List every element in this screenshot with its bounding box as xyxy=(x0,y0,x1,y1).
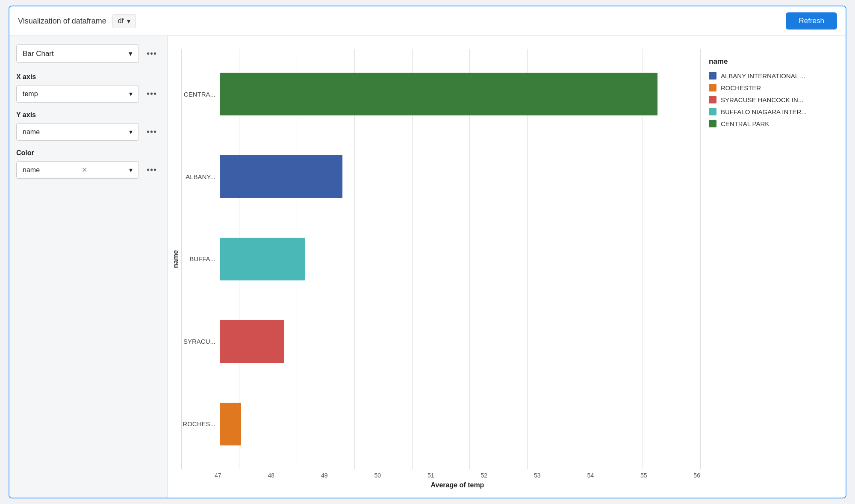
color-value: name xyxy=(23,166,40,174)
legend-color-swatch xyxy=(709,72,716,80)
x-tick-label: 50 xyxy=(374,472,381,479)
chart-type-value: Bar Chart xyxy=(23,50,54,58)
x-axis-select[interactable]: temp ▾ xyxy=(16,85,139,103)
x-tick-label: 54 xyxy=(587,472,594,479)
bar-row: CENTRA... xyxy=(181,66,700,122)
legend: name ALBANY INTERNATIONAL ...ROCHESTERSY… xyxy=(700,49,837,489)
legend-item-label: ALBANY INTERNATIONAL ... xyxy=(721,72,805,80)
bar-label: CENTRA... xyxy=(181,91,220,98)
bar-row: BUFFA... xyxy=(181,231,700,287)
bar-row: ROCHES... xyxy=(181,396,700,452)
x-tick-label: 49 xyxy=(321,472,328,479)
legend-item-label: ROCHESTER xyxy=(721,84,761,91)
bar-row: SYRACU... xyxy=(181,314,700,369)
bar-row: ALBANY... xyxy=(181,149,700,204)
bar xyxy=(220,403,241,445)
chart-type-row: Bar Chart ▾ ••• xyxy=(16,44,160,63)
chevron-down-icon: ▾ xyxy=(129,90,133,98)
x-axis-value: temp xyxy=(23,90,38,98)
color-row: name ✕ ▾ ••• xyxy=(16,161,160,179)
x-axis-label: X axis xyxy=(16,73,160,81)
bar-container xyxy=(220,320,700,363)
chart-body: name CENTRA...ALBANY...BUFFA...SYRACU...… xyxy=(172,49,700,489)
bar-label: BUFFA... xyxy=(181,255,220,262)
legend-color-swatch xyxy=(709,84,716,91)
legend-item: BUFFALO NIAGARA INTER... xyxy=(709,108,828,115)
x-tick-label: 53 xyxy=(534,472,541,479)
chart-type-options-button[interactable]: ••• xyxy=(143,46,160,61)
app-container: Visualization of dataframe df ▾ Refresh … xyxy=(9,6,846,498)
y-axis-options-button[interactable]: ••• xyxy=(143,124,160,139)
refresh-button[interactable]: Refresh xyxy=(786,12,837,29)
bar xyxy=(220,238,305,280)
x-tick-label: 48 xyxy=(268,472,274,479)
legend-item-label: BUFFALO NIAGARA INTER... xyxy=(721,108,807,115)
bar-label: ROCHES... xyxy=(181,420,220,427)
header-left: Visualization of dataframe df ▾ xyxy=(18,14,136,28)
bar-container xyxy=(220,238,700,280)
bar-container xyxy=(220,155,700,198)
chart-inner: name CENTRA...ALBANY...BUFFA...SYRACU...… xyxy=(172,49,700,469)
x-tick-label: 51 xyxy=(428,472,434,479)
x-axis-area: 47484950515253545556 xyxy=(215,469,700,479)
legend-title: name xyxy=(709,57,828,66)
legend-color-swatch xyxy=(709,108,716,115)
legend-color-swatch xyxy=(709,120,716,127)
color-section: Color name ✕ ▾ ••• xyxy=(16,149,160,179)
visualization-title: Visualization of dataframe xyxy=(18,17,106,26)
color-clear-button[interactable]: ✕ xyxy=(82,166,87,174)
chevron-down-icon: ▾ xyxy=(127,17,130,25)
color-options-button[interactable]: ••• xyxy=(143,162,160,177)
legend-item-label: SYRACUSE HANCOCK IN... xyxy=(721,96,803,103)
header: Visualization of dataframe df ▾ Refresh xyxy=(9,6,846,36)
chart-plot: CENTRA...ALBANY...BUFFA...SYRACU...ROCHE… xyxy=(181,49,700,469)
main-layout: Bar Chart ▾ ••• X axis temp ▾ ••• Y axi xyxy=(9,36,846,498)
y-axis-select[interactable]: name ▾ xyxy=(16,123,139,141)
color-label: Color xyxy=(16,149,160,157)
y-axis-title: name xyxy=(172,49,180,469)
sidebar: Bar Chart ▾ ••• X axis temp ▾ ••• Y axi xyxy=(9,36,168,498)
legend-item: ALBANY INTERNATIONAL ... xyxy=(709,72,828,80)
chevron-down-icon: ▾ xyxy=(129,49,133,58)
chevron-down-icon: ▾ xyxy=(129,128,133,136)
legend-item: SYRACUSE HANCOCK IN... xyxy=(709,96,828,103)
x-tick-label: 52 xyxy=(481,472,487,479)
color-select[interactable]: name ✕ ▾ xyxy=(16,161,139,179)
x-tick-label: 56 xyxy=(693,472,700,479)
legend-color-swatch xyxy=(709,96,716,103)
bar xyxy=(220,320,284,363)
y-axis-label: Y axis xyxy=(16,111,160,119)
x-axis-section: X axis temp ▾ ••• xyxy=(16,73,160,103)
bar-label: ALBANY... xyxy=(181,173,220,180)
chart-wrapper: name CENTRA...ALBANY...BUFFA...SYRACU...… xyxy=(172,49,837,489)
bar-label: SYRACU... xyxy=(181,338,220,345)
bar xyxy=(220,73,657,115)
chart-type-select[interactable]: Bar Chart ▾ xyxy=(16,44,139,63)
chevron-down-icon: ▾ xyxy=(129,166,133,174)
legend-item-label: CENTRAL PARK xyxy=(721,120,769,127)
y-axis-section: Y axis name ▾ ••• xyxy=(16,111,160,141)
x-axis-options-button[interactable]: ••• xyxy=(143,86,160,101)
bar xyxy=(220,155,342,198)
legend-item: CENTRAL PARK xyxy=(709,120,828,127)
x-tick-label: 47 xyxy=(215,472,221,479)
y-axis-value: name xyxy=(23,128,40,136)
bar-container xyxy=(220,403,700,445)
y-axis-row: name ▾ ••• xyxy=(16,123,160,141)
dataframe-select[interactable]: df ▾ xyxy=(112,14,136,28)
x-axis-row: temp ▾ ••• xyxy=(16,85,160,103)
x-axis-title: Average of temp xyxy=(215,481,700,489)
chart-area: name CENTRA...ALBANY...BUFFA...SYRACU...… xyxy=(168,36,846,498)
x-tick-label: 55 xyxy=(640,472,647,479)
bar-container xyxy=(220,73,700,115)
legend-item: ROCHESTER xyxy=(709,84,828,91)
x-ticks: 47484950515253545556 xyxy=(215,469,700,479)
df-select-value: df xyxy=(118,17,124,25)
